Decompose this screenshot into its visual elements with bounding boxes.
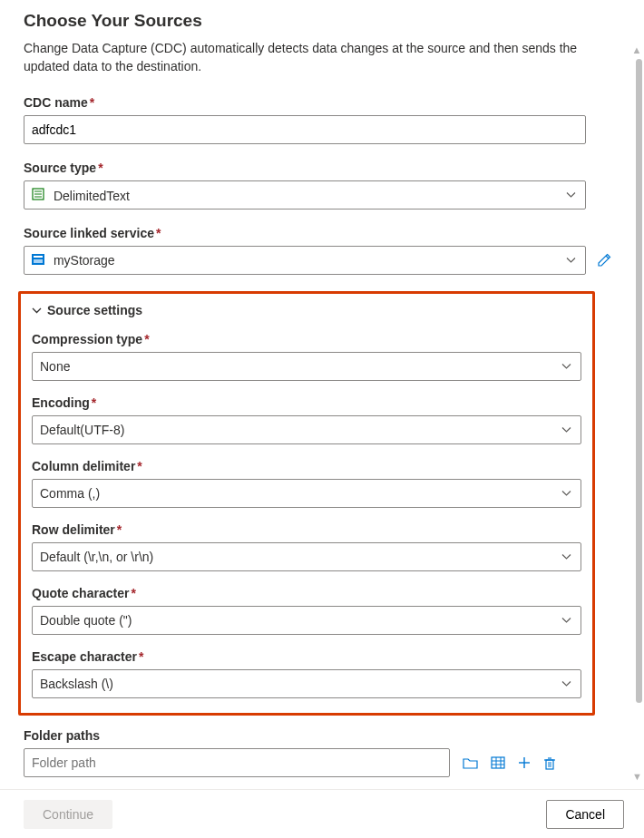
chevron-down-icon: [561, 364, 571, 370]
svg-rect-5: [34, 256, 43, 258]
scrollbar-thumb[interactable]: [636, 59, 642, 703]
chevron-down-icon: [561, 491, 571, 497]
chevron-down-icon: [561, 618, 571, 624]
quote-character-select[interactable]: Double quote ("): [32, 606, 581, 635]
browse-folder-icon[interactable]: [463, 756, 478, 769]
quote-character-label: Quote character*: [32, 586, 581, 600]
source-linked-service-value: myStorage: [54, 253, 115, 268]
quote-character-value: Double quote ("): [40, 613, 132, 628]
delete-icon[interactable]: [543, 756, 556, 770]
source-linked-service-select[interactable]: myStorage: [24, 246, 586, 275]
source-type-select[interactable]: DelimitedText: [24, 180, 586, 210]
choose-sources-panel: Choose Your Sources Change Data Capture …: [0, 0, 644, 789]
source-type-label: Source type*: [24, 161, 620, 175]
chevron-down-icon: [566, 258, 576, 264]
field-cdc-name: CDC name*: [24, 95, 620, 144]
field-compression-type: Compression type* None: [32, 332, 581, 381]
encoding-value: Default(UTF-8): [40, 423, 124, 437]
continue-button: Continue: [24, 800, 112, 829]
chevron-down-icon: [566, 192, 576, 199]
escape-character-value: Backslash (\): [40, 677, 113, 691]
svg-rect-8: [492, 757, 504, 768]
encoding-select[interactable]: Default(UTF-8): [32, 415, 581, 444]
source-settings-section: Source settings Compression type* None E…: [18, 291, 595, 716]
page-title: Choose Your Sources: [24, 11, 620, 31]
chevron-down-icon: [32, 307, 42, 314]
footer: Continue Cancel: [0, 789, 644, 838]
field-row-delimiter: Row delimiter* Default (\r,\n, or \r\n): [32, 522, 581, 571]
folder-paths-label: Folder paths: [24, 728, 620, 743]
source-type-value: DelimitedText: [54, 189, 130, 203]
row-delimiter-label: Row delimiter*: [32, 522, 581, 537]
source-linked-service-label: Source linked service*: [24, 226, 620, 240]
chevron-down-icon: [561, 681, 571, 687]
escape-character-select[interactable]: Backslash (\): [32, 669, 581, 698]
cdc-name-label: CDC name*: [24, 95, 620, 110]
source-settings-title: Source settings: [47, 303, 142, 317]
column-delimiter-value: Comma (,): [40, 486, 100, 501]
row-delimiter-select[interactable]: Default (\r,\n, or \r\n): [32, 542, 581, 571]
add-icon[interactable]: [518, 756, 531, 769]
scroll-down-arrow[interactable]: ▼: [632, 772, 642, 782]
field-quote-character: Quote character* Double quote ("): [32, 586, 581, 635]
chevron-down-icon: [561, 427, 571, 434]
svg-rect-15: [546, 760, 553, 769]
edit-icon[interactable]: [597, 253, 611, 268]
delimited-text-icon: [32, 188, 44, 200]
column-delimiter-select[interactable]: Comma (,): [32, 479, 581, 508]
storage-icon: [32, 254, 44, 265]
escape-character-label: Escape character*: [32, 649, 581, 664]
encoding-label: Encoding*: [32, 395, 581, 410]
required-asterisk: *: [90, 95, 94, 110]
field-source-linked-service: Source linked service* myStorage: [24, 226, 620, 275]
field-folder-paths: Folder paths: [24, 728, 620, 777]
compression-type-value: None: [40, 359, 70, 374]
preview-data-icon[interactable]: [491, 756, 505, 769]
required-asterisk: *: [156, 226, 161, 240]
scroll-up-arrow[interactable]: ▲: [631, 45, 642, 55]
chevron-down-icon: [561, 554, 571, 560]
field-source-type: Source type* DelimitedText: [24, 161, 620, 210]
svg-rect-6: [34, 259, 43, 263]
compression-type-label: Compression type*: [32, 332, 581, 346]
required-asterisk: *: [98, 161, 102, 175]
cdc-name-input[interactable]: [24, 115, 586, 144]
svg-line-7: [606, 256, 609, 258]
field-column-delimiter: Column delimiter* Comma (,): [32, 459, 581, 508]
page-subtitle: Change Data Capture (CDC) automatically …: [24, 40, 604, 75]
field-escape-character: Escape character* Backslash (\): [32, 649, 581, 698]
source-settings-toggle[interactable]: Source settings: [32, 303, 581, 317]
cancel-button[interactable]: Cancel: [546, 800, 624, 829]
column-delimiter-label: Column delimiter*: [32, 459, 581, 473]
folder-path-input[interactable]: [24, 748, 450, 777]
field-encoding: Encoding* Default(UTF-8): [32, 395, 581, 444]
compression-type-select[interactable]: None: [32, 352, 581, 381]
row-delimiter-value: Default (\r,\n, or \r\n): [40, 550, 153, 564]
